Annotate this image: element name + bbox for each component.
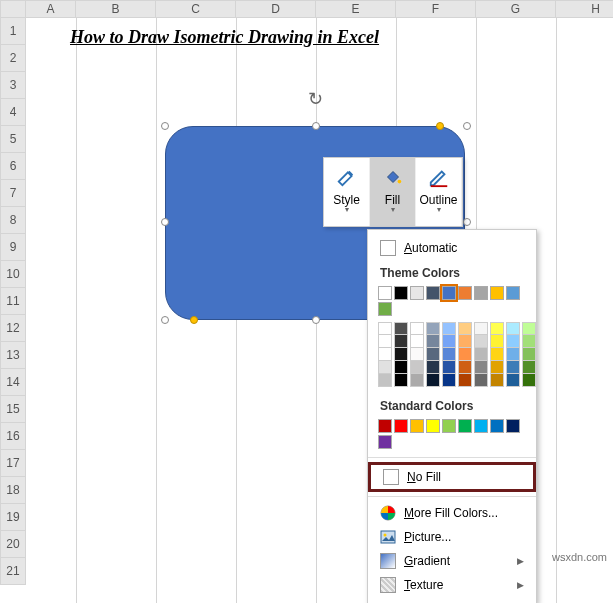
row-header[interactable]: 1 xyxy=(0,18,26,45)
color-shade[interactable] xyxy=(378,322,392,335)
color-shade[interactable] xyxy=(394,348,408,361)
color-shade[interactable] xyxy=(410,335,424,348)
color-shade[interactable] xyxy=(474,374,488,387)
row-header[interactable]: 5 xyxy=(0,126,26,153)
style-button[interactable]: Style ▾ xyxy=(324,158,370,226)
color-shade[interactable] xyxy=(490,374,504,387)
row-header[interactable]: 4 xyxy=(0,99,26,126)
color-swatch[interactable] xyxy=(378,435,392,449)
color-shade[interactable] xyxy=(458,335,472,348)
resize-handle[interactable] xyxy=(312,122,320,130)
color-shade[interactable] xyxy=(442,374,456,387)
color-shade[interactable] xyxy=(458,361,472,374)
resize-handle[interactable] xyxy=(463,122,471,130)
color-swatch[interactable] xyxy=(474,286,488,300)
row-header[interactable]: 17 xyxy=(0,450,26,477)
color-shade[interactable] xyxy=(506,361,520,374)
more-fill-colors-option[interactable]: More Fill Colors... xyxy=(368,501,536,525)
color-shade[interactable] xyxy=(490,335,504,348)
color-swatch[interactable] xyxy=(394,286,408,300)
row-header[interactable]: 8 xyxy=(0,207,26,234)
color-shade[interactable] xyxy=(378,361,392,374)
color-shade[interactable] xyxy=(442,348,456,361)
color-shade[interactable] xyxy=(378,374,392,387)
color-shade[interactable] xyxy=(378,335,392,348)
color-swatch[interactable] xyxy=(426,419,440,433)
picture-option[interactable]: Picture... xyxy=(368,525,536,549)
color-swatch[interactable] xyxy=(426,286,440,300)
color-swatch[interactable] xyxy=(394,419,408,433)
texture-option[interactable]: Texture ▶ xyxy=(368,573,536,597)
color-shade[interactable] xyxy=(394,322,408,335)
row-header[interactable]: 7 xyxy=(0,180,26,207)
outline-button[interactable]: Outline ▾ xyxy=(416,158,462,226)
row-header[interactable]: 10 xyxy=(0,261,26,288)
color-shade[interactable] xyxy=(474,348,488,361)
color-shade[interactable] xyxy=(458,374,472,387)
color-swatch[interactable] xyxy=(378,286,392,300)
color-shade[interactable] xyxy=(410,322,424,335)
color-shade[interactable] xyxy=(506,335,520,348)
row-header[interactable]: 15 xyxy=(0,396,26,423)
color-shade[interactable] xyxy=(458,348,472,361)
row-header[interactable]: 3 xyxy=(0,72,26,99)
color-shade[interactable] xyxy=(522,322,536,335)
color-shade[interactable] xyxy=(522,348,536,361)
color-shade[interactable] xyxy=(474,335,488,348)
color-swatch[interactable] xyxy=(378,419,392,433)
col-header[interactable]: E xyxy=(316,0,396,18)
col-header[interactable]: F xyxy=(396,0,476,18)
color-swatch[interactable] xyxy=(410,419,424,433)
color-shade[interactable] xyxy=(490,361,504,374)
color-swatch[interactable] xyxy=(442,419,456,433)
color-swatch[interactable] xyxy=(458,286,472,300)
color-shade[interactable] xyxy=(474,322,488,335)
color-shade[interactable] xyxy=(394,335,408,348)
color-shade[interactable] xyxy=(394,361,408,374)
color-shade[interactable] xyxy=(410,374,424,387)
row-header[interactable]: 12 xyxy=(0,315,26,342)
color-swatch[interactable] xyxy=(506,419,520,433)
color-shade[interactable] xyxy=(394,374,408,387)
resize-handle[interactable] xyxy=(161,122,169,130)
col-header[interactable]: C xyxy=(156,0,236,18)
color-swatch[interactable] xyxy=(442,286,456,300)
color-shade[interactable] xyxy=(474,361,488,374)
adjust-handle[interactable] xyxy=(436,122,444,130)
resize-handle[interactable] xyxy=(463,218,471,226)
color-shade[interactable] xyxy=(506,348,520,361)
color-swatch[interactable] xyxy=(490,419,504,433)
row-header[interactable]: 13 xyxy=(0,342,26,369)
color-swatch[interactable] xyxy=(490,286,504,300)
resize-handle[interactable] xyxy=(312,316,320,324)
row-header[interactable]: 18 xyxy=(0,477,26,504)
color-shade[interactable] xyxy=(426,374,440,387)
row-header[interactable]: 20 xyxy=(0,531,26,558)
color-shade[interactable] xyxy=(522,361,536,374)
color-shade[interactable] xyxy=(506,322,520,335)
col-header[interactable]: D xyxy=(236,0,316,18)
color-shade[interactable] xyxy=(522,374,536,387)
color-shade[interactable] xyxy=(426,348,440,361)
color-swatch[interactable] xyxy=(506,286,520,300)
resize-handle[interactable] xyxy=(161,316,169,324)
color-shade[interactable] xyxy=(506,374,520,387)
color-swatch[interactable] xyxy=(474,419,488,433)
col-header[interactable]: H xyxy=(556,0,613,18)
color-shade[interactable] xyxy=(458,322,472,335)
color-shade[interactable] xyxy=(522,335,536,348)
rotate-handle-icon[interactable]: ↻ xyxy=(308,88,328,108)
color-swatch[interactable] xyxy=(458,419,472,433)
color-shade[interactable] xyxy=(490,348,504,361)
row-header[interactable]: 9 xyxy=(0,234,26,261)
color-shade[interactable] xyxy=(426,335,440,348)
color-shade[interactable] xyxy=(378,348,392,361)
row-header[interactable]: 19 xyxy=(0,504,26,531)
color-shade[interactable] xyxy=(426,322,440,335)
row-header[interactable]: 14 xyxy=(0,369,26,396)
color-shade[interactable] xyxy=(426,361,440,374)
row-header[interactable]: 16 xyxy=(0,423,26,450)
color-shade[interactable] xyxy=(442,361,456,374)
col-header[interactable]: G xyxy=(476,0,556,18)
col-header[interactable]: B xyxy=(76,0,156,18)
